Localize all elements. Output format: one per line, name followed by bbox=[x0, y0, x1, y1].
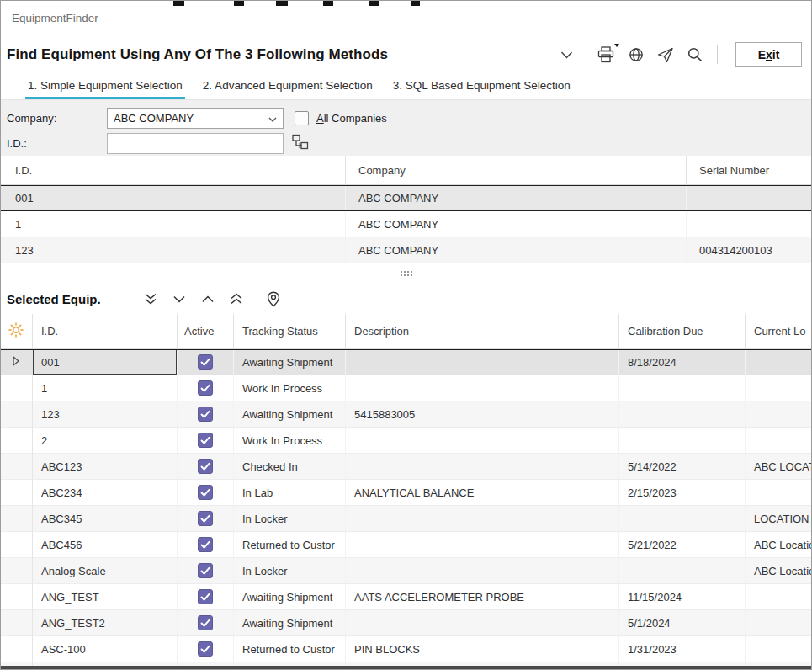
active-checkbox[interactable] bbox=[198, 485, 213, 500]
equip-grid: I.D. Active Tracking Status Description … bbox=[0, 314, 812, 670]
row-header-cell bbox=[0, 558, 32, 584]
equip-cell-status: In Lab bbox=[233, 480, 345, 506]
equip-cell-description: PIN BLOCKS bbox=[345, 636, 618, 662]
results-cell-company: ABC COMPANY bbox=[345, 185, 686, 211]
equip-cell-calibration-due: 5/21/2022 bbox=[618, 532, 745, 558]
equip-row[interactable]: ABC123 Checked In 5/14/2022 ABC LOCAT bbox=[0, 454, 812, 480]
move-to-top-button[interactable] bbox=[227, 290, 246, 307]
equip-cell-calibration-due: 8/18/2024 bbox=[618, 349, 745, 375]
equip-row[interactable]: ASC-100 Returned to Custor PIN BLOCKS 1/… bbox=[0, 636, 812, 662]
active-checkbox[interactable] bbox=[198, 563, 213, 578]
results-column-id[interactable]: I.D. bbox=[0, 156, 345, 185]
equip-column-status[interactable]: Tracking Status bbox=[233, 314, 345, 349]
results-cell-id: 001 bbox=[0, 185, 345, 211]
equip-cell-current-location bbox=[745, 349, 812, 375]
lookup-button[interactable] bbox=[290, 133, 310, 153]
exit-button[interactable]: Exit bbox=[735, 42, 802, 67]
equip-cell-status: Returned to Custor bbox=[233, 636, 345, 662]
active-checkbox[interactable] bbox=[198, 615, 213, 630]
results-cell-company: ABC COMPANY bbox=[345, 211, 686, 237]
row-header-cell bbox=[0, 636, 32, 662]
equip-cell-current-location: ABC Locatio bbox=[745, 558, 812, 584]
location-button[interactable] bbox=[264, 289, 283, 310]
id-input[interactable] bbox=[107, 133, 284, 154]
active-checkbox[interactable] bbox=[198, 433, 213, 448]
active-checkbox[interactable] bbox=[198, 354, 213, 370]
active-checkbox[interactable] bbox=[198, 537, 213, 552]
printer-icon bbox=[597, 46, 615, 63]
row-header-cell bbox=[0, 584, 32, 610]
results-row[interactable]: 123 ABC COMPANY 004314200103 bbox=[0, 237, 812, 263]
active-checkbox[interactable] bbox=[198, 407, 213, 422]
splitter-handle[interactable] bbox=[0, 263, 812, 284]
tab-advanced-selection[interactable]: 2. Advanced Equipment Selection bbox=[200, 74, 375, 99]
move-to-bottom-button[interactable] bbox=[141, 290, 160, 307]
active-checkbox[interactable] bbox=[198, 589, 213, 604]
equip-row[interactable]: ANG_TEST2 Awaiting Shipment 5/1/2024 bbox=[0, 610, 812, 636]
chevron-down-icon bbox=[268, 112, 277, 125]
equip-row[interactable]: Analog Scale In Locker ABC Locatio bbox=[0, 558, 812, 584]
active-checkbox[interactable] bbox=[198, 641, 213, 657]
horizontal-scrollbar[interactable] bbox=[0, 666, 812, 670]
move-up-button[interactable] bbox=[199, 293, 217, 306]
equip-row[interactable]: 001 Awaiting Shipment 8/18/2024 bbox=[0, 349, 812, 375]
equip-column-id[interactable]: I.D. bbox=[32, 314, 177, 349]
send-button[interactable] bbox=[655, 45, 677, 66]
results-column-serial[interactable]: Serial Number bbox=[686, 156, 812, 185]
double-chevron-down-icon bbox=[144, 293, 157, 305]
equip-cell-active bbox=[177, 584, 233, 610]
results-cell-id: 1 bbox=[0, 211, 345, 237]
equip-row[interactable]: ANG_TEST Awaiting Shipment AATS ACCELERO… bbox=[0, 584, 812, 610]
active-checkbox[interactable] bbox=[198, 459, 213, 474]
globe-button[interactable] bbox=[625, 44, 647, 66]
active-checkbox[interactable] bbox=[198, 511, 213, 526]
equip-cell-status: In Locker bbox=[233, 506, 345, 532]
equip-cell-status: Awaiting Shipment bbox=[233, 610, 345, 636]
equip-row[interactable]: 2 Work In Process bbox=[0, 428, 812, 454]
row-header-cell bbox=[0, 506, 32, 532]
equip-cell-active bbox=[177, 506, 233, 532]
screen-artifact bbox=[234, 0, 244, 6]
all-companies-checkbox[interactable] bbox=[295, 111, 309, 125]
results-column-company[interactable]: Company bbox=[345, 156, 686, 185]
equip-row[interactable]: ABC456 Returned to Custor 5/21/2022 ABC … bbox=[0, 532, 812, 558]
tab-sql-selection[interactable]: 3. SQL Based Equipment Selection bbox=[390, 74, 573, 99]
move-down-button[interactable] bbox=[170, 293, 188, 306]
equip-cell-current-location: LOCATION bbox=[745, 506, 812, 532]
equip-cell-status: Checked In bbox=[233, 454, 345, 480]
equip-cell-description: AATS ACCELEROMETER PROBE bbox=[345, 584, 618, 610]
results-cell-serial: 004314200103 bbox=[686, 237, 812, 263]
header-dropdown-button[interactable] bbox=[558, 49, 576, 61]
results-row[interactable]: 1 ABC COMPANY bbox=[0, 211, 812, 237]
all-companies-label[interactable]: All Companies bbox=[316, 112, 387, 125]
row-header-cell bbox=[0, 454, 32, 480]
equip-row[interactable]: 123 Awaiting Shipment 5415883005 bbox=[0, 401, 812, 428]
company-select[interactable]: ABC COMPANY bbox=[107, 108, 284, 129]
equip-row[interactable]: 1 Work In Process bbox=[0, 375, 812, 401]
equip-cell-calibration-due bbox=[618, 506, 745, 532]
equip-column-active[interactable]: Active bbox=[177, 314, 233, 349]
results-row[interactable]: 001 ABC COMPANY bbox=[0, 185, 812, 211]
equip-column-description[interactable]: Description bbox=[345, 314, 618, 349]
screen-artifact bbox=[411, 0, 420, 6]
equip-corner-header[interactable] bbox=[0, 314, 32, 349]
equip-column-calibration-due[interactable]: Calibration Due bbox=[618, 314, 745, 349]
equip-cell-status: Awaiting Shipment bbox=[233, 401, 345, 428]
equip-row[interactable]: ABC345 In Locker LOCATION bbox=[0, 506, 812, 532]
screen-artifact bbox=[323, 0, 333, 6]
equip-row[interactable]: ABC234 In Lab ANALYTICAL BALANCE 2/15/20… bbox=[0, 480, 812, 506]
equip-column-current-location[interactable]: Current Lo bbox=[745, 314, 812, 349]
active-checkbox[interactable] bbox=[198, 380, 213, 396]
equip-cell-id: ASC-100 bbox=[32, 636, 177, 662]
equip-cell-calibration-due bbox=[618, 401, 745, 428]
tab-simple-selection[interactable]: 1. Simple Equipment Selection bbox=[25, 74, 185, 99]
chevron-down-icon bbox=[172, 295, 186, 303]
selected-equip-toolbar bbox=[141, 289, 283, 310]
screen-artifact bbox=[369, 0, 379, 6]
equip-cell-status: Returned to Custor bbox=[233, 532, 345, 558]
print-button[interactable] bbox=[594, 44, 618, 66]
search-button[interactable] bbox=[684, 44, 706, 66]
company-label: Company: bbox=[0, 112, 107, 125]
chevron-down-icon bbox=[560, 51, 573, 59]
equip-cell-calibration-due: 11/15/2024 bbox=[618, 584, 745, 610]
